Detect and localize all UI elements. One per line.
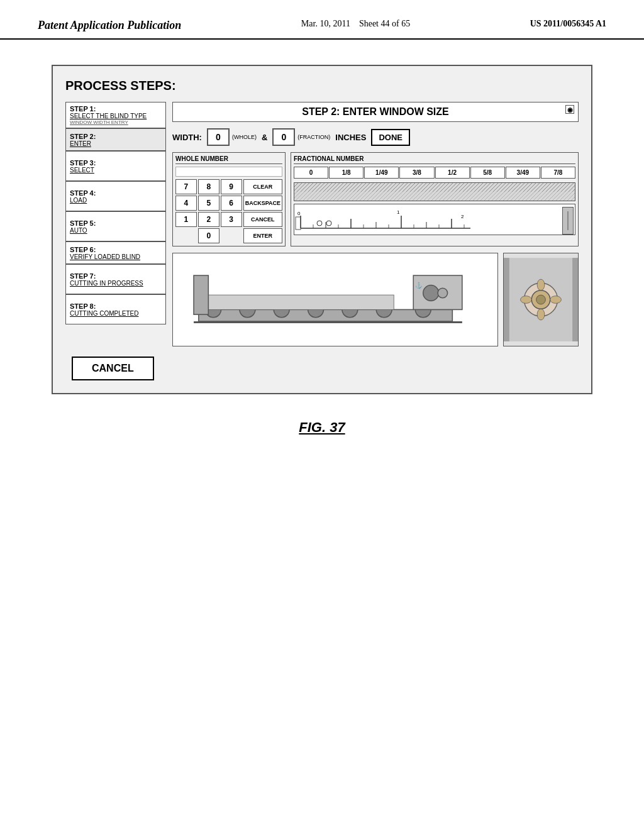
step6-label: STEP 6: xyxy=(70,246,162,253)
frac-1-49[interactable]: 1/49 xyxy=(364,167,399,179)
step8-label: STEP 8: xyxy=(70,302,162,310)
frac-7-8[interactable]: 7/8 xyxy=(541,167,575,179)
svg-point-44 xyxy=(536,295,546,304)
fraction-input-group: 0 (FRACTION) xyxy=(272,128,330,146)
pattern-svg xyxy=(504,253,578,346)
fraction-buttons: 0 1/8 1/49 3/8 1/2 5/8 3/49 7/8 xyxy=(294,167,575,179)
key-2[interactable]: 2 xyxy=(198,212,219,227)
whole-number-field[interactable]: 0 xyxy=(207,128,230,146)
fractional-title: FRACTIONAL NUMBER xyxy=(294,155,575,164)
fraction-field[interactable]: 0 xyxy=(272,128,295,146)
svg-point-36 xyxy=(423,285,439,301)
done-button[interactable]: DONE xyxy=(371,129,410,146)
svg-point-45 xyxy=(537,279,545,290)
svg-text:1: 1 xyxy=(397,209,400,215)
indicator-bar xyxy=(567,211,569,230)
step1-sub: WINDOW WIDTH ENTRY xyxy=(70,119,162,125)
key-9[interactable]: 9 xyxy=(221,179,242,194)
publication-meta: Mar. 10, 2011 Sheet 44 of 65 xyxy=(301,19,410,29)
diagram-right xyxy=(503,253,579,346)
svg-text:⚓: ⚓ xyxy=(415,281,423,289)
whole-label-group: (WHOLE) xyxy=(232,134,257,140)
step6-box: STEP 6: VERIFY LOADED BLIND xyxy=(65,241,166,264)
figure-label-text: FIG. 37 xyxy=(299,419,345,435)
svg-point-21 xyxy=(317,221,322,226)
hatch-svg xyxy=(294,183,575,201)
publication-number: US 2011/0056345 A1 xyxy=(530,19,606,29)
step8-desc: CUTTING COMPLETED xyxy=(70,310,162,317)
publication-title: Patent Application Publication xyxy=(38,19,181,32)
frac-5-8[interactable]: 5/8 xyxy=(470,167,505,179)
frac-1-8[interactable]: 1/8 xyxy=(329,167,364,179)
step8-box: STEP 8: CUTTING COMPLETED xyxy=(65,294,166,324)
bottom-diagram: ⚓ xyxy=(172,253,579,346)
step1-desc: SELECT THE BLIND TYPE xyxy=(70,113,162,119)
step4-box: STEP 4: LOAD xyxy=(65,181,166,211)
cancel-section: CANCEL xyxy=(65,357,579,380)
key-7[interactable]: 7 xyxy=(175,179,197,194)
process-steps-title: PROCESS STEPS: xyxy=(65,79,579,93)
svg-rect-33 xyxy=(194,275,208,314)
svg-rect-23 xyxy=(296,217,301,230)
outer-panel: PROCESS STEPS: STEP 1: SELECT THE BLIND … xyxy=(52,65,592,394)
step7-label: STEP 7: xyxy=(70,272,162,280)
svg-text:2: 2 xyxy=(461,214,464,219)
step2-header: STEP 2: ENTER WINDOW SIZE ◉ xyxy=(172,102,579,122)
key-5[interactable]: 5 xyxy=(198,196,219,211)
key-8[interactable]: 8 xyxy=(198,179,219,194)
svg-text:0: 0 xyxy=(297,211,301,216)
machine-svg: ⚓ xyxy=(181,256,489,344)
keypad: 7 8 9 CLEAR 4 5 6 BACKSPACE 1 2 3 CANCEL xyxy=(175,179,282,243)
width-row: WIDTH: 0 (WHOLE) & 0 xyxy=(172,126,579,148)
step4-desc: LOAD xyxy=(70,197,162,204)
right-indicator xyxy=(562,207,574,235)
cancel-main-button[interactable]: CANCEL xyxy=(72,357,154,380)
width-input-group: 0 (WHOLE) xyxy=(207,128,257,146)
step5-desc: AUTO xyxy=(70,227,162,234)
key-1[interactable]: 1 xyxy=(175,212,197,227)
backspace-button[interactable]: BACKSPACE xyxy=(243,196,282,211)
svg-rect-40 xyxy=(504,258,509,341)
step2-box: STEP 2: ENTER xyxy=(65,128,166,151)
step2-label: STEP 2: xyxy=(70,133,162,140)
key-6[interactable]: 6 xyxy=(221,196,242,211)
step2-header-text: STEP 2: ENTER WINDOW SIZE xyxy=(302,106,449,117)
fraction-label-group: (FRACTION) xyxy=(297,134,330,140)
step2-desc: ENTER xyxy=(70,140,162,147)
width-label: WIDTH: xyxy=(172,133,202,142)
svg-rect-2 xyxy=(294,192,575,201)
corner-icon: ◉ xyxy=(565,105,574,114)
enter-button[interactable]: ENTER xyxy=(243,228,282,243)
svg-point-46 xyxy=(537,309,545,320)
step5-label: STEP 5: xyxy=(70,219,162,227)
cancel-keypad-button[interactable]: CANCEL xyxy=(243,212,282,227)
frac-3-8[interactable]: 3/8 xyxy=(399,167,434,179)
step1-label: STEP 1: xyxy=(70,105,162,113)
publication-date: Mar. 10, 2011 xyxy=(301,19,350,28)
fractional-section: FRACTIONAL NUMBER 0 1/8 1/49 3/8 1/2 5/8… xyxy=(291,152,579,246)
frac-0[interactable]: 0 xyxy=(294,167,328,179)
step3-label: STEP 3: xyxy=(70,159,162,167)
inches-label: INCHES xyxy=(335,133,366,142)
key-0[interactable]: 0 xyxy=(198,228,219,243)
inner-layout: STEP 1: SELECT THE BLIND TYPE WINDOW WID… xyxy=(65,102,579,346)
svg-point-48 xyxy=(550,296,562,304)
scale-vis xyxy=(294,182,575,201)
main-content: PROCESS STEPS: STEP 1: SELECT THE BLIND … xyxy=(0,40,644,461)
key-4[interactable]: 4 xyxy=(175,196,197,211)
step6-desc: VERIFY LOADED BLIND xyxy=(70,253,162,260)
step5-box: STEP 5: AUTO xyxy=(65,211,166,241)
step3-box: STEP 3: SELECT xyxy=(65,151,166,181)
ampersand: & xyxy=(262,133,267,142)
clear-button[interactable]: CLEAR xyxy=(243,179,282,194)
svg-rect-24 xyxy=(199,309,453,321)
svg-point-37 xyxy=(438,288,448,298)
figure-label: FIG. 37 xyxy=(299,419,345,436)
frac-1-2[interactable]: 1/2 xyxy=(435,167,470,179)
key-3[interactable]: 3 xyxy=(221,212,242,227)
frac-3-49[interactable]: 3/49 xyxy=(506,167,540,179)
page-header: Patent Application Publication Mar. 10, … xyxy=(0,0,644,40)
ruler-svg: 0 1 2 xyxy=(294,204,575,235)
svg-point-47 xyxy=(521,296,532,304)
diagram-left: ⚓ xyxy=(172,253,498,346)
